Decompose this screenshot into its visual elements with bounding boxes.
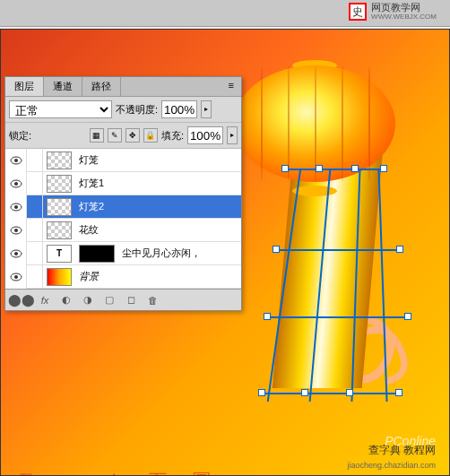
transform-handle[interactable] xyxy=(380,165,387,172)
transform-handle[interactable] xyxy=(351,165,359,172)
transform-handle[interactable] xyxy=(316,165,323,172)
transform-handle[interactable] xyxy=(281,165,289,172)
transform-handle[interactable] xyxy=(404,313,411,320)
lock-all-icon[interactable]: 🔒 xyxy=(143,128,158,143)
site-branding: 史 网页教学网 WWW.WEBJX.COM xyxy=(349,3,437,21)
visibility-toggle[interactable] xyxy=(5,172,27,195)
layer-name[interactable]: 灯笼2 xyxy=(75,200,104,213)
layer-mask-icon[interactable]: ◐ xyxy=(56,291,77,309)
transform-handle[interactable] xyxy=(301,389,308,396)
layer-thumbnail[interactable] xyxy=(47,151,72,169)
lock-position-icon[interactable]: ✥ xyxy=(125,128,140,143)
new-group-icon[interactable]: ▢ xyxy=(99,291,120,309)
eye-icon xyxy=(10,273,22,281)
visibility-toggle[interactable] xyxy=(5,219,27,242)
layer-thumbnail[interactable] xyxy=(47,198,72,216)
layer-item[interactable]: 背景 xyxy=(5,265,241,289)
layer-item[interactable]: 花纹 xyxy=(5,219,241,242)
panel-footer: ⬤⬤ fx ◐ ◑ ▢ ◻ 🗑 xyxy=(5,289,241,310)
layer-name[interactable]: 灯笼 xyxy=(75,153,99,167)
panel-tab-bar: 图层 通道 路径 ≡ xyxy=(5,77,241,97)
chazidian-watermark: 查字典 教程网 jiaocheng.chazidian.com xyxy=(347,443,436,471)
opacity-input[interactable] xyxy=(161,100,197,118)
svg-point-7 xyxy=(14,229,18,232)
site-url: WWW.WEBJX.COM xyxy=(371,13,437,21)
eye-icon xyxy=(10,226,22,235)
layer-item[interactable]: T 尘中见月心亦闲， xyxy=(5,242,241,265)
delete-layer-icon[interactable]: 🗑 xyxy=(142,291,163,309)
adjustment-layer-icon[interactable]: ◑ xyxy=(77,291,99,309)
eye-icon xyxy=(10,249,22,258)
tab-layers[interactable]: 图层 xyxy=(5,77,44,96)
svg-point-9 xyxy=(14,252,18,255)
layer-name[interactable]: 背景 xyxy=(75,270,99,283)
fill-input[interactable] xyxy=(187,126,223,144)
visibility-toggle[interactable] xyxy=(5,149,27,172)
transform-handle[interactable] xyxy=(264,313,271,320)
lock-transparency-icon[interactable]: ▦ xyxy=(90,128,104,143)
site-name: 网页教学网 xyxy=(371,3,437,13)
layer-mask-thumbnail[interactable] xyxy=(79,245,115,263)
application-titlebar: 史 网页教学网 WWW.WEBJX.COM xyxy=(0,0,450,27)
transform-handle[interactable] xyxy=(273,246,280,253)
panel-menu-icon[interactable]: ≡ xyxy=(221,77,241,96)
layer-item[interactable]: 灯笼1 xyxy=(5,172,241,195)
layer-thumbnail[interactable] xyxy=(47,175,72,193)
logo-icon: 史 xyxy=(349,3,367,21)
opacity-arrow-icon[interactable]: ▸ xyxy=(201,100,212,118)
lantern-body xyxy=(234,65,395,182)
layer-list: 灯笼 灯笼1 灯笼2 花纹 T 尘中见月心亦闲， xyxy=(5,149,241,289)
svg-point-11 xyxy=(14,275,18,279)
eye-icon xyxy=(10,179,22,188)
layer-name[interactable]: 灯笼1 xyxy=(75,177,104,190)
visibility-toggle[interactable] xyxy=(5,265,27,289)
svg-point-1 xyxy=(14,159,18,162)
lock-label: 锁定: xyxy=(9,129,31,143)
layer-thumbnail[interactable] xyxy=(47,268,72,286)
eye-icon xyxy=(10,203,22,212)
transform-handle[interactable] xyxy=(396,246,403,253)
fill-arrow-icon[interactable]: ▸ xyxy=(227,126,238,144)
layer-thumbnail[interactable] xyxy=(47,221,72,239)
layer-style-icon[interactable]: fx xyxy=(34,291,56,309)
new-layer-icon[interactable]: ◻ xyxy=(120,291,142,309)
svg-point-5 xyxy=(14,205,18,209)
layer-item-selected[interactable]: 灯笼2 xyxy=(5,195,241,219)
blend-mode-select[interactable]: 正常 xyxy=(9,100,112,118)
opacity-label: 不透明度: xyxy=(116,103,158,117)
layer-name[interactable]: 花纹 xyxy=(75,223,99,237)
eye-icon xyxy=(10,156,22,165)
blend-opacity-row: 正常 不透明度: ▸ xyxy=(5,97,241,123)
svg-point-3 xyxy=(14,182,18,186)
warp-transform-control[interactable] xyxy=(274,169,391,437)
visibility-toggle[interactable] xyxy=(5,195,27,219)
visibility-toggle[interactable] xyxy=(5,242,27,265)
transform-handle[interactable] xyxy=(346,389,353,396)
transform-handle[interactable] xyxy=(258,389,265,396)
lock-fill-row: 锁定: ▦ ✎ ✥ 🔒 填充: ▸ xyxy=(5,123,241,149)
link-layers-icon[interactable]: ⬤⬤ xyxy=(9,291,34,309)
layer-item[interactable]: 灯笼 xyxy=(5,149,241,172)
tab-channels[interactable]: 通道 xyxy=(44,77,82,96)
transform-handle[interactable] xyxy=(395,389,402,396)
fill-label: 填充: xyxy=(161,129,184,143)
tab-paths[interactable]: 路径 xyxy=(82,77,121,96)
layer-name[interactable]: 尘中见月心亦闲， xyxy=(118,247,201,260)
lock-pixel-icon[interactable]: ✎ xyxy=(108,128,122,143)
layers-panel[interactable]: 图层 通道 路径 ≡ 正常 不透明度: ▸ 锁定: ▦ ✎ ✥ 🔒 填充: ▸ … xyxy=(4,76,242,311)
text-layer-icon[interactable]: T xyxy=(47,245,72,263)
